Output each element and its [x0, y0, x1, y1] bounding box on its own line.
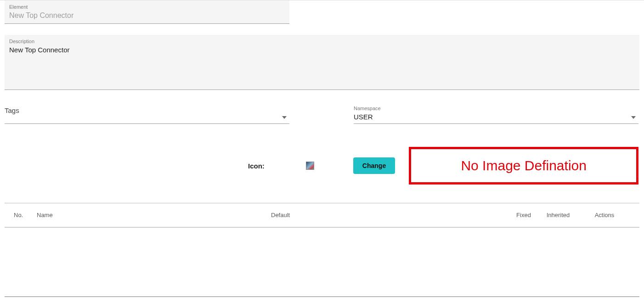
icon-preview [306, 162, 314, 170]
description-label: Description [9, 39, 635, 44]
col-default: Default [271, 212, 510, 218]
tags-select[interactable]: Tags [5, 103, 289, 124]
footer-bar: ADD VALUE [5, 296, 639, 302]
element-label: Element [9, 4, 285, 10]
change-icon-button[interactable]: Change [353, 157, 395, 174]
col-fixed: Fixed [510, 212, 537, 218]
element-field[interactable]: Element New Top Connector [5, 0, 289, 24]
col-name: Name [37, 212, 271, 218]
description-value: New Top Connector [9, 45, 635, 55]
namespace-select[interactable]: Namespace USER [354, 103, 638, 124]
col-actions: Actions [579, 212, 630, 218]
chevron-down-icon [282, 116, 287, 119]
col-no: No. [14, 212, 37, 218]
description-field[interactable]: Description New Top Connector [5, 35, 639, 90]
values-table: No. Name Default Fixed Inherited Actions [5, 203, 639, 228]
namespace-label: Namespace [354, 106, 638, 111]
annotation-box: No Image Defination [409, 147, 638, 185]
icon-label: Icon: [248, 162, 265, 170]
tags-label: Tags [5, 106, 289, 115]
namespace-value: USER [354, 112, 638, 122]
element-value: New Top Connector [9, 11, 285, 21]
col-inherited: Inherited [537, 212, 579, 218]
table-header-row: No. Name Default Fixed Inherited Actions [5, 203, 639, 227]
